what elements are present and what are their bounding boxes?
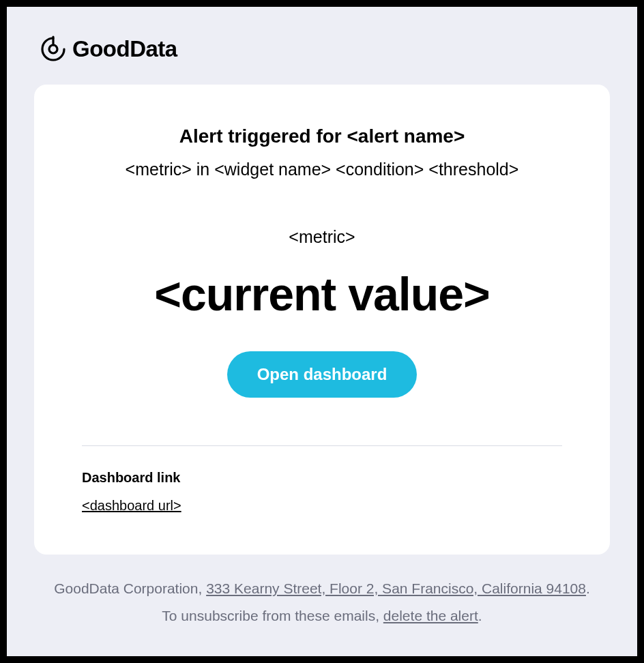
footer-address-line: GoodData Corporation, 333 Kearny Street,… bbox=[34, 575, 610, 602]
email-background: GoodData Alert triggered for <alert name… bbox=[7, 7, 637, 656]
svg-point-0 bbox=[49, 45, 57, 53]
metric-label: <metric> bbox=[82, 227, 562, 247]
alert-description: <metric> in <widget name> <condition> <t… bbox=[82, 160, 562, 179]
alert-title: Alert triggered for <alert name> bbox=[82, 126, 562, 147]
open-dashboard-button[interactable]: Open dashboard bbox=[227, 351, 418, 398]
footer-company: GoodData Corporation, bbox=[54, 580, 206, 596]
current-value: <current value> bbox=[82, 267, 562, 321]
footer-period2: . bbox=[478, 608, 482, 623]
brand-logo: GoodData bbox=[38, 34, 610, 64]
link-section: Dashboard link <dashboard url> bbox=[82, 470, 562, 527]
footer-address: 333 Kearny Street, Floor 2, San Francisc… bbox=[206, 580, 586, 596]
footer: GoodData Corporation, 333 Kearny Street,… bbox=[34, 575, 610, 630]
dashboard-link[interactable]: <dashboard url> bbox=[82, 498, 181, 514]
dashboard-link-label: Dashboard link bbox=[82, 470, 562, 486]
footer-unsub-prefix: To unsubscribe from these emails, bbox=[162, 608, 383, 623]
gooddata-icon bbox=[38, 34, 68, 64]
footer-unsubscribe-line: To unsubscribe from these emails, delete… bbox=[34, 602, 610, 630]
alert-card: Alert triggered for <alert name> <metric… bbox=[34, 85, 610, 555]
brand-name: GoodData bbox=[72, 36, 177, 62]
divider bbox=[82, 445, 562, 446]
delete-alert-link[interactable]: delete the alert bbox=[383, 608, 478, 623]
footer-period1: . bbox=[586, 580, 590, 596]
